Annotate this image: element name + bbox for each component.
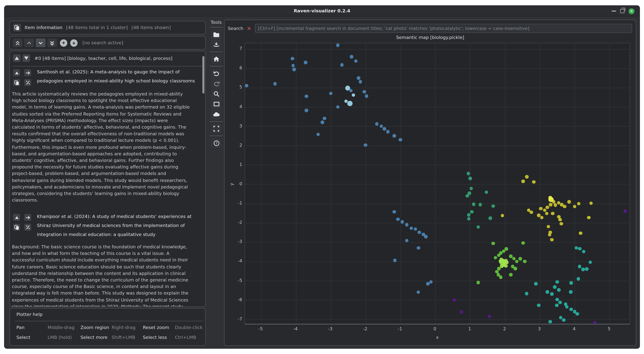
data-point[interactable] [539,207,542,210]
data-point[interactable] [577,202,580,205]
data-point[interactable] [589,201,593,205]
data-point[interactable] [365,94,368,98]
data-point[interactable] [336,105,340,109]
data-point[interactable] [304,109,308,112]
data-point[interactable] [320,121,324,124]
title-bar[interactable]: Raven-visualizer 0.2.4 ✕ [4,6,640,16]
data-point[interactable] [556,280,559,284]
data-point[interactable] [593,321,596,325]
search-input[interactable] [255,24,632,33]
data-point[interactable] [550,238,554,241]
data-point[interactable] [540,216,544,219]
data-point[interactable] [530,210,533,214]
data-point[interactable] [453,298,456,302]
data-point[interactable] [414,227,417,231]
data-point[interactable] [512,257,516,260]
article-title-line[interactable]: Shiraz University of medical sciences fr… [37,221,185,230]
data-point[interactable] [505,261,509,264]
data-point[interactable] [364,143,367,147]
data-point[interactable] [499,275,502,279]
collapse-cluster-button[interactable] [13,54,20,62]
data-point[interactable] [556,298,559,301]
data-point[interactable] [273,82,277,85]
cloud-button[interactable] [211,109,222,119]
article-title-line[interactable]: integration in medical education: a qual… [37,230,156,239]
data-point[interactable] [515,260,518,263]
data-point[interactable] [548,196,552,199]
data-point[interactable] [485,190,488,194]
data-point[interactable] [558,301,562,304]
data-point[interactable] [392,210,396,214]
data-point[interactable] [565,305,568,309]
import-button[interactable] [211,40,222,50]
clear-search-icon[interactable]: ✕ [246,25,252,31]
data-point[interactable] [405,223,408,226]
maximize-icon[interactable] [620,9,624,13]
data-point[interactable] [392,134,396,138]
data-point[interactable] [476,281,480,284]
data-point[interactable] [488,315,491,318]
data-point[interactable] [509,273,512,276]
copy-all-button[interactable] [13,24,21,32]
data-point[interactable] [491,242,495,245]
data-point[interactable] [546,205,549,209]
data-point[interactable] [500,264,504,268]
data-point[interactable] [623,209,627,213]
data-point[interactable] [547,225,550,228]
data-point[interactable] [472,202,475,206]
data-point[interactable] [470,210,474,214]
data-point[interactable] [501,214,504,217]
data-point[interactable] [521,179,525,183]
next-item-button[interactable] [36,38,46,47]
data-point[interactable] [545,212,548,215]
data-point[interactable] [560,222,563,225]
data-point[interactable] [525,292,528,295]
data-point[interactable] [553,285,556,289]
data-point[interactable] [557,288,560,292]
search-previous-button[interactable] [60,39,68,46]
data-point[interactable] [509,255,512,258]
article-title-line[interactable]: pedagogies employed in mixed-ability hig… [37,77,195,86]
redo-button[interactable] [211,79,222,88]
data-point[interactable] [567,200,571,203]
data-point[interactable] [534,282,538,285]
data-point[interactable] [569,281,573,285]
previous-item-button[interactable] [24,38,34,47]
undo-button[interactable] [211,68,222,78]
data-point[interactable] [491,204,495,208]
data-point[interactable] [467,217,470,221]
data-point[interactable] [581,268,585,271]
data-point[interactable] [291,57,294,60]
open-file-button[interactable] [211,29,222,39]
data-point[interactable] [518,257,522,261]
first-item-button[interactable] [13,38,22,47]
data-point[interactable] [576,312,579,316]
data-point[interactable] [579,231,582,235]
data-point[interactable] [578,247,582,250]
data-point[interactable] [551,212,554,215]
data-point[interactable] [291,64,295,67]
minimize-icon[interactable] [612,10,616,11]
data-point[interactable] [504,264,508,268]
data-point[interactable] [555,304,558,307]
data-point[interactable] [498,259,502,263]
data-point[interactable] [460,310,463,314]
data-point[interactable] [400,220,404,224]
data-point[interactable] [304,95,308,98]
data-point[interactable] [354,59,358,63]
data-point[interactable] [549,203,552,206]
data-point[interactable] [576,277,580,281]
data-point[interactable] [562,318,566,322]
data-point[interactable] [418,231,421,234]
data-point[interactable] [417,246,420,249]
data-point[interactable] [350,55,353,58]
zoom-tool-button[interactable] [211,89,222,99]
data-point[interactable] [521,241,525,245]
data-point[interactable] [559,316,562,319]
data-point[interactable] [469,187,473,190]
data-point[interactable] [386,130,390,133]
data-point[interactable] [316,133,320,136]
data-point[interactable] [525,175,528,178]
data-point[interactable] [476,225,480,229]
ai-summarize-button[interactable] [24,79,31,86]
